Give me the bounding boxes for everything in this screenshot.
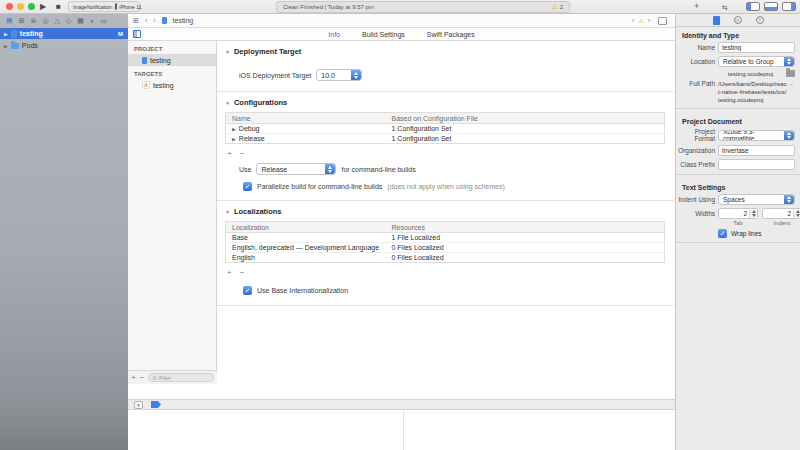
command-line-config-popup[interactable]: Release (256, 163, 336, 175)
project-editor-tab-bar: Info Build Settings Swift Packages (128, 28, 675, 41)
disclosure-triangle-icon[interactable]: ▼ (225, 100, 230, 106)
disclosure-triangle-icon[interactable]: ▶ (4, 43, 8, 49)
panel-filter-field[interactable]: ⊙ Filter (148, 373, 214, 382)
project-format-popup[interactable]: Xcode 9.3-compatible (718, 130, 795, 141)
popup-arrows-icon (784, 195, 794, 204)
breakpoint-navigator-icon[interactable]: ◗ (90, 17, 94, 24)
run-button[interactable]: ▶ (40, 0, 46, 14)
back-button[interactable]: ‹ (145, 17, 147, 24)
debug-area-divider[interactable] (403, 411, 404, 450)
localization-name: English, deprecated — Development Langua… (226, 243, 386, 253)
inspector-divider (676, 108, 800, 109)
toggle-inspector-button[interactable] (782, 2, 796, 11)
wrap-lines-checkbox[interactable]: ✓ (718, 229, 727, 238)
test-navigator-icon[interactable]: ◇ (66, 17, 71, 25)
symbol-navigator-icon[interactable]: ≣ (31, 17, 37, 25)
disclosure-triangle-icon[interactable]: ▶ (4, 31, 8, 37)
organization-field[interactable] (718, 145, 795, 156)
project-row-testing[interactable]: ▶ testing M (0, 28, 128, 39)
disclosure-triangle-icon[interactable]: ▼ (225, 49, 230, 55)
debug-navigator-icon[interactable]: ▦ (77, 17, 84, 25)
related-items-icon[interactable]: ⊞ (133, 17, 139, 25)
column-header-name[interactable]: Name (226, 113, 386, 124)
add-target-button[interactable]: + (131, 373, 136, 383)
organization-label: Organization (676, 147, 718, 154)
minimize-window-button[interactable] (17, 3, 24, 10)
base-internationalization-checkbox[interactable]: ✓ (243, 286, 252, 295)
parallelize-checkbox[interactable]: ✓ (243, 182, 252, 191)
pods-folder-icon (11, 43, 19, 49)
editor-orientation-button[interactable]: ⇆ (722, 1, 728, 14)
remove-localization-button[interactable]: − (240, 268, 245, 278)
choose-location-folder-icon[interactable] (786, 70, 795, 77)
table-row[interactable]: ▶Debug 1 Configuration Set (226, 124, 665, 134)
tab-info[interactable]: Info (328, 31, 340, 38)
jumpbar-file-name[interactable]: testing (173, 17, 194, 24)
panel-project-testing[interactable]: testing (128, 54, 216, 66)
popup-arrows-icon (325, 164, 335, 174)
name-field[interactable] (718, 42, 795, 53)
class-prefix-field[interactable] (718, 159, 795, 170)
report-navigator-icon[interactable]: ▭ (100, 17, 107, 25)
hide-debug-area-button[interactable]: ▾ (134, 401, 143, 409)
file-icon (162, 17, 167, 24)
configurations-section-header[interactable]: ▼ Configurations (217, 92, 675, 112)
project-row-pods[interactable]: ▶ Pods (0, 40, 128, 51)
add-editor-button[interactable]: + (694, 0, 699, 13)
localizations-section-header[interactable]: ▼ Localizations (217, 201, 675, 221)
config-value: 1 Configuration Set (386, 134, 665, 144)
scheme-selector[interactable]: ImageNotification › iPhone 11 (68, 1, 140, 12)
full-path-arrow-icon[interactable]: → (787, 80, 795, 88)
widths-label: Widths (676, 210, 718, 217)
tab-swift-packages[interactable]: Swift Packages (427, 31, 475, 38)
indent-width-stepper[interactable]: 2 (762, 208, 800, 219)
breakpoints-toggle-icon[interactable] (151, 401, 161, 408)
zoom-window-button[interactable] (28, 3, 35, 10)
forward-button[interactable]: › (153, 17, 155, 24)
stepper-arrows-icon[interactable] (749, 209, 757, 218)
find-navigator-icon[interactable]: ◎ (42, 17, 48, 25)
source-control-navigator-icon[interactable]: ⊞ (19, 17, 25, 25)
stepper-arrows-icon[interactable] (793, 209, 800, 218)
issue-back-button[interactable]: ‹ (632, 17, 634, 24)
table-row[interactable]: English 0 Files Localized (226, 253, 665, 263)
stop-button[interactable]: ■ (56, 0, 61, 14)
location-popup[interactable]: Relative to Group (718, 56, 795, 67)
project-file-icon (11, 30, 17, 38)
quick-help-inspector-icon[interactable]: ? (756, 16, 764, 24)
remove-configuration-button[interactable]: − (240, 149, 245, 159)
column-header-localization[interactable]: Localization (226, 222, 386, 233)
remove-target-button[interactable]: − (140, 373, 145, 383)
table-row[interactable]: Base 1 File Localized (226, 233, 665, 243)
history-inspector-icon[interactable]: ◷ (734, 16, 742, 24)
add-localization-button[interactable]: + (227, 268, 232, 278)
tab-build-settings[interactable]: Build Settings (362, 31, 405, 38)
disclosure-triangle-icon[interactable]: ▶ (232, 136, 236, 142)
file-inspector-icon[interactable] (713, 16, 720, 25)
toggle-debug-area-button[interactable] (764, 2, 778, 11)
targets-section-header: TARGETS (128, 66, 216, 79)
popup-value: Xcode 9.3-compatible (723, 130, 784, 141)
add-configuration-button[interactable]: + (227, 149, 232, 159)
issue-forward-button[interactable]: › (648, 17, 650, 24)
code-review-icon[interactable] (658, 17, 667, 25)
panel-target-testing[interactable]: A testing (128, 79, 216, 91)
deployment-target-section-header[interactable]: ▼ Deployment Target (217, 41, 675, 61)
popup-arrows-icon (784, 57, 794, 66)
issue-navigator-icon[interactable]: △ (54, 17, 59, 25)
section-divider (217, 305, 675, 306)
tab-width-stepper[interactable]: 2 (718, 208, 758, 219)
ios-deployment-target-popup[interactable]: 10.0 (316, 69, 362, 81)
disclosure-triangle-icon[interactable]: ▼ (225, 209, 230, 215)
table-row[interactable]: ▶Release 1 Configuration Set (226, 134, 665, 144)
issues-summary[interactable]: ⚠ 2 (551, 3, 563, 11)
disclosure-triangle-icon[interactable]: ▶ (232, 126, 236, 132)
table-row[interactable]: English, deprecated — Development Langua… (226, 243, 665, 253)
toggle-navigator-button[interactable] (746, 2, 760, 11)
project-section-header: PROJECT (128, 41, 216, 54)
indent-using-popup[interactable]: Spaces (718, 194, 795, 205)
project-navigator-icon[interactable]: ▤ (6, 17, 13, 25)
close-window-button[interactable] (6, 3, 13, 10)
column-header-based-on[interactable]: Based on Configuration File (386, 113, 665, 124)
column-header-resources[interactable]: Resources (386, 222, 665, 233)
